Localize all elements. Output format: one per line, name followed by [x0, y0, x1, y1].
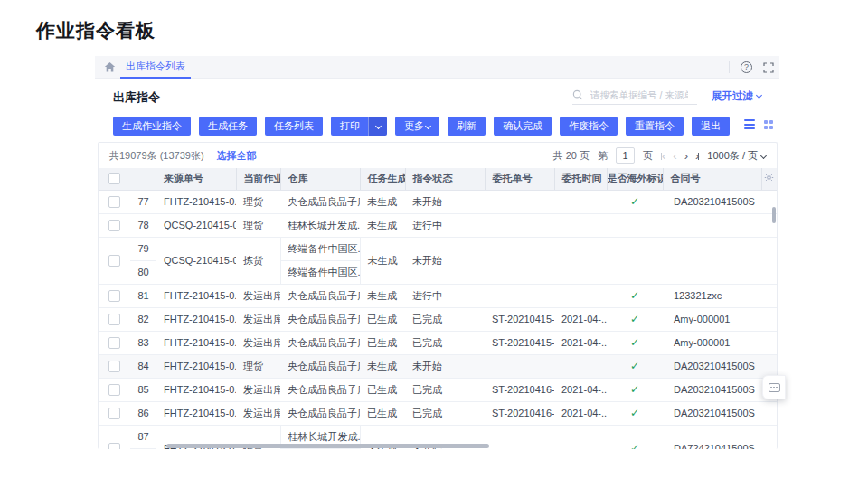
toolbar-button-confirm-complete[interactable]: 确认完成 — [494, 117, 552, 136]
button-label: 更多 — [404, 119, 424, 133]
cell-overseas-checkmark-icon: ✓ — [607, 307, 663, 331]
col-header-cno: 委托单号 — [485, 168, 554, 190]
col-header-ctime: 委托时间 — [554, 168, 607, 190]
table-row[interactable]: 83FHTZ-210415-0...发运出库央仓成品良品子库已生成已完成ST-2… — [99, 331, 777, 354]
first-page-icon[interactable]: ‹ — [661, 150, 665, 162]
cell-contract-no — [663, 237, 761, 284]
cell-source-no: FHTZ-210415-0... — [156, 284, 236, 307]
table-row[interactable]: 78QCSQ-210415-0...理货桂林长城开发成...未生成进行中 — [99, 213, 777, 237]
cell-task-status: 未生成 — [360, 190, 405, 213]
select-all-link[interactable]: 选择全部 — [217, 149, 257, 163]
toolbar-button-generate-work-order[interactable]: 生成作业指令 — [113, 117, 191, 136]
tabbar-actions: ? — [729, 56, 774, 79]
feedback-widget[interactable] — [762, 375, 786, 399]
table-row[interactable]: 85FHTZ-210415-0...发运出库央仓成品良品子库已生成已完成ST-2… — [99, 378, 777, 401]
row-checkbox[interactable] — [108, 408, 120, 419]
next-page-icon[interactable]: › — [684, 150, 687, 162]
tab-outbound-instruction-list[interactable]: 出库指令列表 — [120, 56, 191, 79]
cell-cmd-status: 已完成 — [405, 307, 485, 331]
cell-source-no: QCSQ-210415-0... — [156, 213, 236, 237]
grid-view-icon[interactable] — [764, 120, 773, 129]
chevron-down-icon — [760, 152, 767, 158]
expand-filter-toggle[interactable]: 展开过滤 — [712, 89, 761, 103]
list-view-icon[interactable] — [744, 119, 755, 129]
toolbar-button-void-order[interactable]: 作废指令 — [560, 117, 618, 136]
button-label: 打印 — [340, 119, 360, 133]
cell-task-status: 未生成 — [360, 284, 405, 307]
page-size-value: 1000条 / 页 — [707, 149, 758, 163]
row-checkbox[interactable] — [108, 337, 120, 349]
cell-row-number: 86 — [130, 401, 156, 425]
toolbar-button-exit[interactable]: 退出 — [692, 117, 730, 136]
cell-cmd-status: 已完成 — [405, 401, 485, 425]
cell-warehouse: 桂林长城开发成... — [280, 213, 360, 237]
cell-contract-no: DA72421041500S — [663, 425, 761, 449]
cell-operation: 发运出库 — [236, 307, 280, 331]
table-row[interactable]: 81FHTZ-210415-0...发运出库央仓成品良品子库未生成进行中✓123… — [99, 284, 777, 307]
toolbar-button-refresh[interactable]: 刷新 — [448, 117, 486, 136]
toolbar-button-reset-order[interactable]: 重置指令 — [626, 117, 684, 136]
dropdown-segment[interactable] — [368, 117, 387, 136]
app-window: 出库指令列表 ? 出库指令 展开过滤 生成作业指令生成任务任务列表打印更多刷新确… — [95, 56, 779, 449]
button-label: 重置指令 — [635, 119, 675, 133]
row-checkbox[interactable] — [108, 361, 120, 372]
table-row[interactable]: 86FHTZ-210415-0...发运出库央仓成品良品子库已生成已完成ST-2… — [99, 401, 777, 425]
row-checkbox[interactable] — [108, 314, 120, 325]
col-header-op: 当前作业: — [236, 168, 280, 190]
page-prefix: 第 — [598, 149, 608, 163]
row-checkbox[interactable] — [108, 196, 120, 208]
cell-source-no: QCSQ-210415-0... — [156, 237, 236, 284]
cell-select — [99, 354, 130, 378]
prev-page-icon[interactable]: ‹ — [673, 150, 675, 162]
toolbar-button-print[interactable]: 打印 — [331, 117, 387, 136]
column-settings-gear-icon[interactable] — [761, 168, 777, 190]
table-row[interactable]: 77FHTZ-210415-0...理货央仓成品良品子库未生成未开始✓DA203… — [99, 190, 777, 213]
last-page-icon[interactable]: › — [695, 150, 699, 162]
page-size-select[interactable]: 1000条 / 页 — [707, 149, 766, 163]
expand-filter-label: 展开过滤 — [712, 90, 753, 101]
row-checkbox[interactable] — [108, 443, 120, 450]
table-row[interactable]: 82FHTZ-210415-0...发运出库央仓成品良品子库已生成已完成ST-2… — [99, 307, 777, 331]
cell-consign-time: 2021-04-... — [554, 331, 607, 354]
page-input[interactable] — [616, 147, 635, 164]
cell-consign-no: ST-20210416-537 — [485, 378, 554, 401]
table-row[interactable]: 79QCSQ-210415-0...拣货终端备件中国区...未生成未开始 — [99, 237, 777, 260]
search-input[interactable] — [589, 89, 690, 101]
table-row[interactable]: 84FHTZ-210415-0...理货央仓成品良品子库未生成未开始✓DA203… — [99, 354, 777, 378]
col-header-ovs: 是否海外标识 — [607, 168, 663, 190]
vertical-scrollbar[interactable] — [772, 207, 776, 223]
row-checkbox[interactable] — [108, 255, 120, 267]
button-label: 生成任务 — [208, 119, 248, 133]
toolbar-button-more[interactable]: 更多 — [395, 117, 439, 136]
cell-overseas-checkmark-icon: ✓ — [607, 401, 663, 425]
cell-task-status: 已生成 — [360, 401, 405, 425]
cell-consign-time — [554, 213, 607, 237]
cell-gear-filler — [761, 331, 777, 354]
col-header-num — [130, 168, 156, 190]
cell-contract-no: Amy-000001 — [663, 331, 761, 354]
toolbar-button-task-list[interactable]: 任务列表 — [265, 117, 323, 136]
cell-consign-no: ST-20210415-529 — [485, 307, 554, 331]
row-checkbox[interactable] — [108, 220, 120, 231]
cell-select — [99, 284, 130, 307]
cell-row-number: 81 — [130, 284, 156, 307]
toolbar: 生成作业指令生成任务任务列表打印更多刷新确认完成作废指令重置指令退出 — [113, 117, 738, 136]
cell-cmd-status: 未开始 — [405, 190, 485, 213]
row-checkbox[interactable] — [108, 290, 120, 302]
instruction-table: 来源单号当前作业:仓库任务生成状态指令状态委托单号委托时间是否海外标识合同号 7… — [99, 168, 777, 449]
row-checkbox[interactable] — [108, 384, 120, 396]
home-icon[interactable] — [104, 61, 116, 73]
toolbar-button-generate-task[interactable]: 生成任务 — [199, 117, 257, 136]
cell-consign-no — [485, 284, 554, 307]
cell-task-status: 已生成 — [360, 307, 405, 331]
cell-gear-filler — [761, 425, 777, 449]
help-icon[interactable]: ? — [741, 61, 752, 73]
cell-consign-time — [554, 190, 607, 213]
cell-row-number: 84 — [130, 354, 156, 378]
row-checkbox[interactable] — [108, 173, 120, 184]
total-count: 共19079条 (13739张) — [109, 149, 204, 163]
cell-consign-no: ST-20210415-529 — [485, 331, 554, 354]
cell-row-number: 85 — [130, 378, 156, 401]
horizontal-scrollbar[interactable] — [166, 444, 489, 448]
fullscreen-icon[interactable] — [763, 62, 774, 73]
